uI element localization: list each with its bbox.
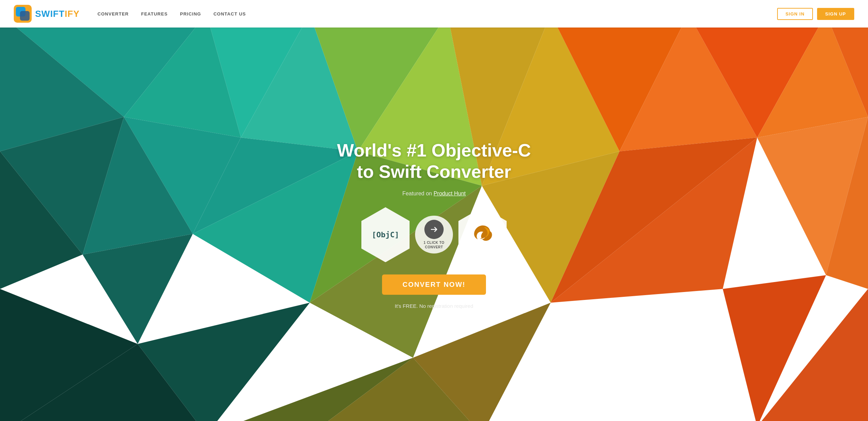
arrow-circle: 1 CLICK TO CONVERT — [415, 216, 453, 253]
objc-label: [ObjC] — [372, 230, 399, 239]
header-left: SWIFTIFY CONVERTER FEATURES PRICING CONT… — [14, 5, 246, 23]
hero-subtext: It's FREE. No registration required — [395, 303, 473, 309]
product-hunt-link[interactable]: Product Hunt — [434, 191, 466, 196]
logo-ify: IFY — [65, 9, 80, 19]
header: SWIFTIFY CONVERTER FEATURES PRICING CONT… — [0, 0, 868, 28]
hero-section: World's #1 Objective-C to Swift Converte… — [0, 28, 868, 421]
objc-hexagon: [ObjC] — [361, 207, 410, 262]
convert-now-button[interactable]: CONVERT NOW! — [382, 274, 486, 295]
nav-contact[interactable]: CONTACT US — [213, 11, 246, 17]
arrow-circle-inner — [424, 220, 444, 239]
swift-hexagon-inner — [458, 207, 507, 262]
swift-bird-icon — [472, 224, 494, 246]
hero-content: World's #1 Objective-C to Swift Converte… — [337, 140, 531, 309]
signup-button[interactable]: SIGN UP — [817, 8, 854, 20]
swift-hexagon — [458, 207, 507, 262]
svg-rect-2 — [20, 11, 30, 21]
logo-text: SWIFTIFY — [35, 9, 80, 19]
nav: CONVERTER FEATURES PRICING CONTACT US — [97, 11, 246, 17]
arrow-label: 1 CLICK TO CONVERT — [424, 240, 444, 249]
nav-features[interactable]: FEATURES — [141, 11, 168, 17]
nav-pricing[interactable]: PRICING — [180, 11, 201, 17]
arrow-label-line1: 1 CLICK TO — [424, 241, 444, 245]
hero-featured: Featured on Product Hunt — [402, 191, 466, 197]
logo-swift: SWIFT — [35, 9, 65, 19]
hero-title: World's #1 Objective-C to Swift Converte… — [337, 140, 531, 183]
nav-converter[interactable]: CONVERTER — [97, 11, 129, 17]
logo[interactable]: SWIFTIFY — [14, 5, 80, 23]
logo-icon — [14, 5, 32, 23]
hero-title-line1: World's #1 Objective-C — [337, 140, 531, 160]
featured-prefix: Featured on — [402, 191, 434, 196]
arrow-label-line2: CONVERT — [425, 245, 443, 249]
hero-title-line2: to Swift Converter — [357, 162, 511, 182]
arrow-icon — [429, 225, 439, 234]
objc-hexagon-inner: [ObjC] — [361, 207, 410, 262]
converter-icons-row: [ObjC] 1 CLICK TO CONVERT — [361, 207, 507, 262]
signin-button[interactable]: SIGN IN — [777, 8, 813, 20]
header-right: SIGN IN SIGN UP — [777, 8, 854, 20]
